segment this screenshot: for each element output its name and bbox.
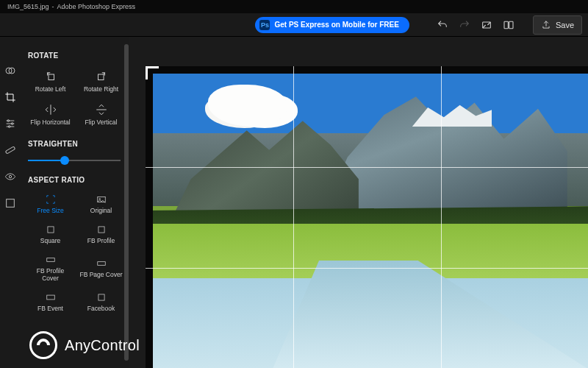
mountain-bg bbox=[323, 91, 567, 212]
svg-rect-18 bbox=[97, 262, 105, 266]
mountain-fg bbox=[172, 121, 359, 218]
aspect-fbpage-icon bbox=[95, 258, 108, 269]
resize-button[interactable] bbox=[476, 14, 498, 36]
rotate-right-icon bbox=[95, 70, 108, 83]
crop-grid-v1 bbox=[293, 66, 294, 368]
rail-crop[interactable] bbox=[0, 84, 21, 110]
rotate-left-icon bbox=[44, 70, 57, 83]
compare-button[interactable] bbox=[498, 14, 520, 36]
sliders-icon bbox=[4, 118, 16, 130]
flip-horizontal-button[interactable]: Flip Horizontal bbox=[28, 100, 73, 129]
frame-icon bbox=[4, 197, 16, 209]
redo-button[interactable] bbox=[453, 14, 476, 36]
titlebar-separator: - bbox=[52, 3, 54, 10]
redo-icon bbox=[459, 19, 470, 31]
rail-heal[interactable] bbox=[0, 137, 21, 163]
watermark: AnyControl bbox=[29, 331, 140, 359]
promo-banner[interactable]: Ps Get PS Express on Mobile for FREE bbox=[255, 17, 409, 33]
aspect-section-title: ASPECT RATIO bbox=[28, 176, 123, 184]
flip-v-label: Flip Vertical bbox=[85, 119, 118, 126]
rotate-left-button[interactable]: Rotate Left bbox=[28, 67, 73, 96]
svg-rect-1 bbox=[504, 21, 508, 28]
aspect-fbp-icon bbox=[95, 224, 108, 235]
flip-vertical-icon bbox=[95, 103, 108, 116]
top-toolbar: Ps Get PS Express on Mobile for FREE Sav… bbox=[0, 13, 588, 37]
crop-grid-h1 bbox=[146, 167, 588, 168]
window-titlebar: IMG_5615.jpg - Adobe Photoshop Express bbox=[0, 0, 588, 13]
rail-adjust[interactable] bbox=[0, 57, 21, 84]
aspect-fbe-label: FB Event bbox=[37, 305, 63, 312]
ps-app-icon: Ps bbox=[259, 20, 270, 30]
straighten-slider[interactable] bbox=[28, 155, 121, 166]
crop-icon bbox=[4, 91, 16, 103]
flip-h-label: Flip Horizontal bbox=[30, 119, 70, 126]
app-name: Adobe Photoshop Express bbox=[57, 3, 136, 10]
svg-rect-8 bbox=[5, 146, 15, 154]
crop-panel: ROTATE Rotate Left Rotate Right Flip Hor… bbox=[21, 37, 129, 368]
rail-border[interactable] bbox=[0, 190, 21, 216]
aspect-original-button[interactable]: Original bbox=[79, 191, 123, 217]
svg-rect-15 bbox=[47, 227, 53, 233]
share-icon bbox=[541, 20, 551, 30]
aspect-fbp-label: FB Profile bbox=[87, 238, 115, 244]
watermark-text: AnyControl bbox=[65, 337, 140, 354]
flip-horizontal-icon bbox=[44, 103, 57, 116]
aspect-fbe-button[interactable]: FB Event bbox=[28, 289, 73, 315]
rotate-section-title: ROTATE bbox=[28, 52, 123, 60]
aspect-fbpc-button[interactable]: FB Profile Cover bbox=[28, 252, 73, 285]
straighten-section-title: STRAIGHTEN bbox=[28, 140, 123, 148]
aspect-fbk-button[interactable]: Facebook bbox=[79, 289, 123, 315]
aspect-fbk-icon bbox=[95, 292, 108, 302]
aspect-free-label: Free Size bbox=[37, 208, 63, 214]
aspect-fbe-icon bbox=[44, 292, 57, 302]
aspect-fbpage-label: FB Page Cover bbox=[79, 272, 122, 278]
resize-icon bbox=[481, 19, 492, 31]
save-label: Save bbox=[556, 21, 574, 29]
bandage-icon bbox=[4, 144, 16, 156]
compare-icon bbox=[503, 19, 514, 31]
aspect-free-button[interactable]: Free Size bbox=[28, 191, 73, 217]
aspect-fbp-button[interactable]: FB Profile bbox=[79, 222, 123, 247]
aspect-fbpc-label: FB Profile Cover bbox=[28, 268, 73, 282]
svg-rect-10 bbox=[7, 199, 15, 208]
rotate-left-label: Rotate Left bbox=[35, 86, 66, 93]
canvas-area[interactable] bbox=[129, 37, 588, 368]
crop-grid-v2 bbox=[441, 66, 442, 368]
aspect-original-label: Original bbox=[90, 208, 112, 214]
aspect-original-icon bbox=[95, 194, 108, 205]
eye-icon bbox=[4, 171, 16, 183]
adjust-icon bbox=[4, 65, 16, 77]
svg-rect-12 bbox=[98, 74, 104, 80]
svg-rect-20 bbox=[98, 294, 104, 300]
save-button[interactable]: Save bbox=[533, 15, 582, 35]
svg-point-14 bbox=[98, 198, 100, 199]
rail-sliders[interactable] bbox=[0, 110, 21, 137]
aspect-fbk-label: Facebook bbox=[87, 305, 115, 312]
file-name: IMG_5615.jpg bbox=[7, 3, 49, 10]
crop-grid-h2 bbox=[146, 268, 588, 269]
svg-rect-16 bbox=[98, 227, 104, 233]
svg-rect-17 bbox=[46, 258, 54, 262]
cloud bbox=[208, 85, 288, 127]
image-preview[interactable] bbox=[146, 66, 588, 368]
aspect-free-icon bbox=[44, 194, 57, 205]
svg-rect-11 bbox=[49, 74, 54, 80]
aspect-square-label: Square bbox=[40, 238, 60, 244]
aspect-square-icon bbox=[44, 224, 57, 235]
undo-icon bbox=[437, 19, 448, 31]
rail-redeye[interactable] bbox=[0, 163, 21, 190]
aspect-fbpc-icon bbox=[44, 255, 57, 265]
rotate-right-button[interactable]: Rotate Right bbox=[79, 67, 123, 96]
svg-rect-2 bbox=[509, 21, 513, 28]
slider-thumb[interactable] bbox=[60, 156, 69, 165]
crop-handle-tl[interactable] bbox=[146, 66, 159, 79]
aspect-fbpage-button[interactable]: FB Page Cover bbox=[79, 252, 123, 285]
undo-button[interactable] bbox=[431, 14, 453, 36]
aspect-square-button[interactable]: Square bbox=[28, 222, 73, 247]
promo-label: Get PS Express on Mobile for FREE bbox=[274, 21, 398, 29]
flip-vertical-button[interactable]: Flip Vertical bbox=[79, 100, 123, 129]
watermark-icon bbox=[29, 331, 57, 359]
slider-fill bbox=[28, 160, 65, 161]
rotate-right-label: Rotate Right bbox=[84, 86, 118, 93]
svg-rect-19 bbox=[46, 295, 54, 300]
